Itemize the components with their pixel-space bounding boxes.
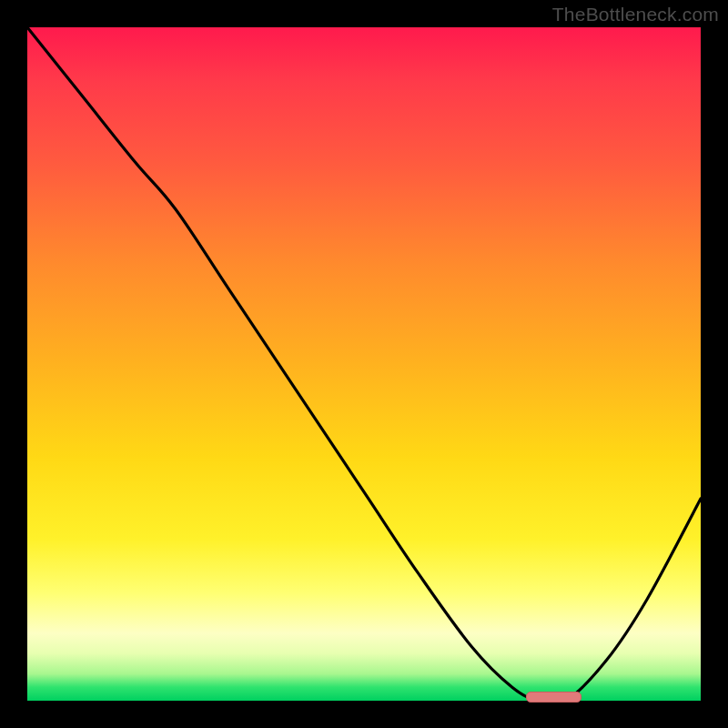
gradient-plot-area [27,27,701,701]
bottleneck-curve [27,27,701,701]
optimal-range-marker [526,692,581,703]
curve-path [27,27,701,704]
watermark-text: TheBottleneck.com [552,4,719,25]
chart-frame: TheBottleneck.com [0,0,728,728]
